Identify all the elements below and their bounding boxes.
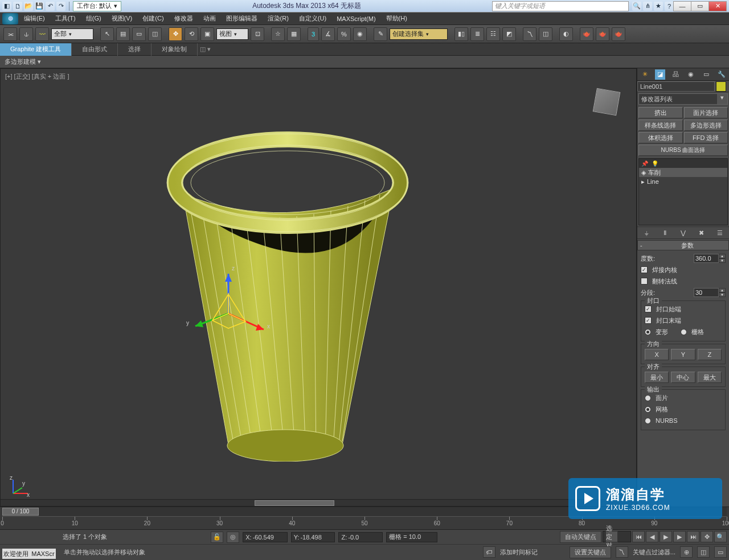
select-name-icon[interactable]: ▤ [116,27,130,41]
rect-select-icon[interactable]: ▭ [132,27,146,41]
bind-tool-icon[interactable]: 〰 [35,27,49,41]
coord-y[interactable]: Y: [291,532,335,542]
btn-vol-select[interactable]: 体积选择 [638,132,683,143]
coord-z[interactable]: Z: [338,532,383,542]
modifier-stack[interactable]: 📌💡 ◈车削 ▸Line [638,158,728,225]
material-editor-icon[interactable]: ◐ [559,27,573,41]
dir-x-button[interactable]: X [645,349,669,360]
align-min-button[interactable]: 最小 [645,372,669,383]
capstart-checkbox[interactable]: ✓ [645,306,652,312]
flip-checkbox[interactable] [641,278,648,285]
viewcube[interactable] [584,79,629,125]
new-icon[interactable]: 🗋 [13,2,22,11]
menu-graph[interactable]: 图形编辑器 [222,13,262,24]
edit-named-icon[interactable]: ✎ [374,27,387,41]
render-icon[interactable]: 🫖 [612,27,625,41]
menu-custom[interactable]: 自定义(U) [294,13,331,24]
panel-create-icon[interactable]: ✳ [640,69,650,80]
manip-icon[interactable]: ☆ [271,27,285,41]
selection-filter-dropdown[interactable]: 全部▾ [51,28,93,40]
add-time-tag[interactable]: 添加时间标记 [500,548,538,557]
snap-percent-icon[interactable]: % [337,27,351,41]
object-name-input[interactable] [637,81,715,92]
btn-poly-select[interactable]: 多边形选择 [684,120,728,131]
snap-spinner-icon[interactable]: ◉ [353,27,367,41]
favorite-icon[interactable]: ★ [654,2,663,11]
iso-icon[interactable]: ◎ [227,532,239,543]
link-icon[interactable]: ⋔ [643,2,652,11]
stack-lock-icon[interactable]: ⏚ [641,228,652,238]
keyfilter-icon[interactable]: 〽 [616,546,628,558]
ribbon-tab-select[interactable]: 选择 [118,43,151,56]
time-slider-thumb[interactable]: 0 / 100 [2,508,39,516]
coord-x[interactable]: X: [243,532,287,542]
object-color-swatch[interactable] [716,81,726,92]
autokey-button[interactable]: 自动关键点 [560,531,601,543]
nav-orbit-icon[interactable]: ⊕ [680,546,693,558]
viewport-scrollbar[interactable] [1,499,636,506]
btn-face-select[interactable]: 面片选择 [684,107,728,118]
help-icon[interactable]: ? [665,2,674,11]
snap-angle-icon[interactable]: ∡ [321,27,335,41]
btn-extrude[interactable]: 挤出 [638,107,683,118]
curve-editor-icon[interactable]: 〽 [523,27,536,41]
named-selset-dropdown[interactable]: 创建选择集▾ [390,28,448,40]
menu-create[interactable]: 创建(C) [138,13,168,24]
btn-spline-select[interactable]: 样条线选择 [638,120,683,131]
stack-item-line[interactable]: ▸Line [639,177,727,186]
app-logo-icon[interactable]: ⊚ [2,13,18,24]
ribbon-icon[interactable]: ◩ [502,27,516,41]
ribbon-tab-freeform[interactable]: 自由形式 [72,43,118,56]
viewport[interactable]: [+] [正交] [真实 + 边面 ] [0,68,637,507]
open-icon[interactable]: 📂 [24,2,33,11]
lock-icon[interactable]: 🔓 [211,532,223,543]
nav-max-icon[interactable]: ▭ [714,546,727,558]
stack-remove-icon[interactable]: ✖ [697,228,707,238]
align-center-button[interactable]: 中心 [671,372,695,383]
move-tool-icon[interactable]: ✥ [169,27,182,41]
ribbon-collapse-icon[interactable]: ◫ ▾ [200,46,211,53]
panel-modify-icon[interactable]: ◪ [655,69,665,80]
degrees-spinner[interactable]: ▲▼ [694,254,726,263]
menu-animation[interactable]: 动画 [199,13,220,24]
rotate-tool-icon[interactable]: ⟲ [185,27,198,41]
morph-radio[interactable] [645,329,651,335]
align-icon[interactable]: ≣ [470,27,484,41]
kbd-icon[interactable]: ▦ [287,27,301,41]
window-cross-icon[interactable]: ◫ [148,27,162,41]
scale-tool-icon[interactable]: ▣ [200,27,214,41]
tag-icon[interactable]: 🏷 [483,546,495,558]
pivot-icon[interactable]: ⊡ [251,27,264,41]
render-frame-icon[interactable]: 🫖 [596,27,609,41]
schematic-icon[interactable]: ◫ [539,27,552,41]
btn-ffd-select[interactable]: FFD 选择 [684,132,728,143]
maximize-button[interactable]: ▭ [691,1,709,11]
viewport-label[interactable]: [+] [正交] [真实 + 边面 ] [5,72,69,81]
menu-render[interactable]: 渲染(R) [263,13,293,24]
stack-item-lathe[interactable]: ◈车削 [639,168,727,177]
out-nurbs-radio[interactable] [645,418,651,424]
ribbon-tab-objpaint[interactable]: 对象绘制 [151,43,198,56]
weld-checkbox[interactable]: ✓ [641,266,648,273]
next-frame-icon[interactable]: ▶ [673,531,686,542]
play-icon[interactable]: ▶ [660,531,672,542]
menu-help[interactable]: 帮助(H) [382,13,412,24]
layers-icon[interactable]: ☷ [486,27,500,41]
panel-display-icon[interactable]: ▭ [701,69,711,80]
stack-showend-icon[interactable]: Ⅱ [660,228,670,238]
nav-zoom-icon[interactable]: 🔍 [714,531,727,542]
script-listener[interactable]: 欢迎使用MAXScr [2,549,56,559]
snap-3-icon[interactable]: 3 [308,27,319,41]
stack-makeunique-icon[interactable]: ⋁ [678,228,688,238]
key-selset[interactable]: 选定对 [603,531,631,542]
panel-motion-icon[interactable]: ◉ [686,69,696,80]
prev-frame-icon[interactable]: ◀ [646,531,658,542]
out-face-radio[interactable] [645,395,651,401]
panel-utilities-icon[interactable]: 🔧 [716,69,727,80]
panel-hierarchy-icon[interactable]: 品 [670,69,681,80]
dir-y-button[interactable]: Y [671,349,695,360]
menu-group[interactable]: 组(G) [81,13,106,24]
nav-pan-icon[interactable]: ✥ [701,531,713,542]
workspace-dropdown[interactable]: 工作台: 默认▾ [73,1,121,11]
unlink-tool-icon[interactable]: ⫝ [19,27,33,41]
